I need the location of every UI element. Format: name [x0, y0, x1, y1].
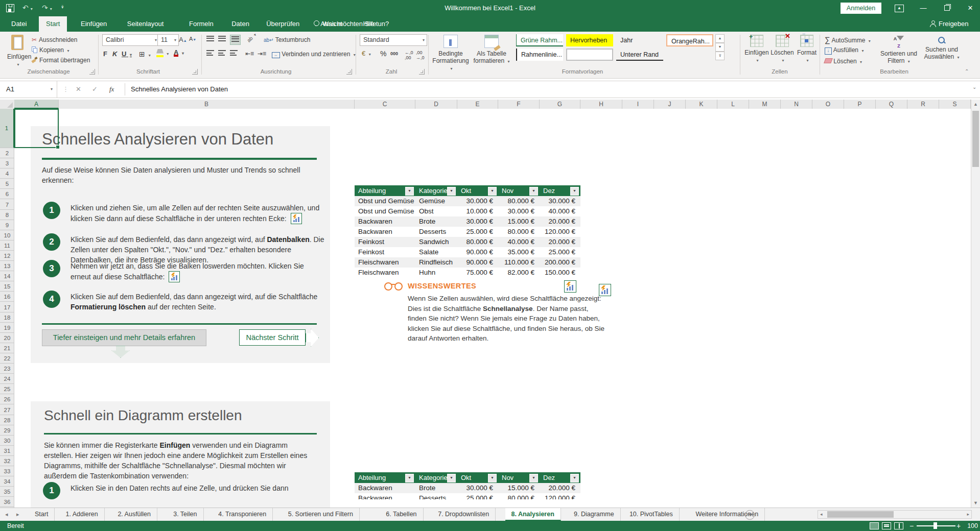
table-cell[interactable]: 82.000 € — [498, 268, 540, 278]
table-cell[interactable]: Desserts — [415, 227, 457, 237]
row-header-20[interactable]: 20 — [0, 333, 14, 343]
filter-icon[interactable]: ▼ — [405, 187, 414, 196]
column-header-A[interactable]: A — [14, 100, 59, 109]
filter-icon[interactable]: ▼ — [570, 474, 579, 482]
column-header-L[interactable]: L — [717, 100, 749, 109]
column-header-B[interactable]: B — [59, 100, 355, 109]
styles-scroll-down[interactable]: ▼ — [715, 43, 725, 52]
page-layout-view-icon[interactable] — [882, 522, 891, 529]
row-header-15[interactable]: 15 — [0, 281, 14, 292]
sheet-tab-7-dropdownlisten[interactable]: 7. Dropdownlisten — [432, 508, 496, 521]
row-header-19[interactable]: 19 — [0, 323, 14, 333]
table-cell[interactable]: Feinkost — [355, 247, 415, 257]
fill-button[interactable]: ↓ Ausfüllen ▾ — [825, 46, 864, 55]
cell-style-Unterer Rand[interactable]: Unterer Rand — [616, 49, 663, 61]
table-cell[interactable]: 40.000 € — [498, 237, 540, 247]
sheet-tab-2-ausf-llen[interactable]: 2. Ausfüllen — [111, 508, 157, 521]
table-cell[interactable]: Backwaren — [355, 483, 415, 493]
wrap-text-button[interactable]: ab↵ Textumbruch — [264, 36, 310, 43]
table-cell[interactable]: 80.000 € — [457, 237, 498, 247]
horizontal-scrollbar[interactable]: ◂ ▸ — [818, 510, 972, 519]
table-row[interactable]: FeinkostSandwich80.000 €40.000 €20.000 € — [355, 237, 580, 247]
borders-icon[interactable]: ⊞ ▾ — [139, 50, 151, 58]
cell-style-OrangeRah...[interactable]: OrangeRah... — [666, 34, 713, 46]
table-cell[interactable]: 30.000 € — [540, 196, 580, 206]
share-button[interactable]: Freigeben — [930, 16, 969, 32]
vscroll-thumb[interactable] — [972, 111, 979, 167]
sheet-tab-1-addieren[interactable]: 1. Addieren — [60, 508, 105, 521]
table-cell[interactable]: 80.000 € — [498, 196, 540, 206]
percent-format-icon[interactable]: % — [380, 50, 386, 58]
increase-decimal-icon[interactable]: ←,0,00 — [405, 50, 413, 60]
ribbon-tab-formeln[interactable]: Formeln — [182, 16, 221, 32]
quick-analysis-icon[interactable] — [599, 284, 611, 296]
minimize-button[interactable]: — — [914, 0, 933, 16]
row-header-24[interactable]: 24 — [0, 374, 14, 384]
column-header-S[interactable]: S — [939, 100, 971, 109]
ribbon-tab-start[interactable]: Start — [39, 16, 67, 32]
row-header-31[interactable]: 31 — [0, 446, 14, 456]
table-cell[interactable]: 120.000 € — [540, 227, 580, 237]
sheet-tab-start[interactable]: Start — [29, 508, 55, 521]
vscroll-up-icon[interactable]: ▲ — [973, 102, 978, 107]
ribbon-tab-daten[interactable]: Daten — [224, 16, 256, 32]
cell-style-Jahr[interactable]: Jahr — [616, 34, 663, 46]
row-header-4[interactable]: 4 — [0, 168, 14, 179]
new-sheet-button[interactable]: + — [745, 510, 755, 520]
tell-me-search[interactable]: Was möchten Sie tun? — [314, 16, 389, 32]
decrease-indent-icon[interactable]: ⇤≡ — [245, 50, 254, 57]
cell-style-Rahmenlinie...[interactable]: Rahmenlinie... — [516, 49, 563, 61]
styles-scroll-up[interactable]: ▲ — [715, 34, 725, 43]
collapse-ribbon-icon[interactable]: ⌃ — [965, 68, 969, 74]
row-header-16[interactable]: 16 — [0, 292, 14, 302]
sheet-tab-9-diagramme[interactable]: 9. Diagramme — [568, 508, 621, 521]
next-step-button[interactable]: Nächster Schritt — [239, 329, 306, 346]
align-center-icon[interactable] — [218, 50, 226, 57]
filter-icon[interactable]: ▼ — [447, 187, 456, 196]
table-cell[interactable]: Backwaren — [355, 493, 415, 499]
format-as-table-button[interactable]: Als Tabelle formatieren ▾ — [473, 34, 510, 64]
number-format-select[interactable]: Standard▾ — [360, 34, 427, 46]
cut-button[interactable]: ✂Ausschneiden — [32, 36, 77, 43]
row-header-28[interactable]: 28 — [0, 415, 14, 425]
row-header-30[interactable]: 30 — [0, 436, 14, 446]
ribbon-tab-seitenlayout[interactable]: Seitenlayout — [120, 16, 171, 32]
row-header-13[interactable]: 13 — [0, 261, 14, 271]
filter-icon[interactable]: ▼ — [447, 474, 456, 482]
table-cell[interactable]: Brote — [415, 483, 457, 493]
table-cell[interactable]: Fleischwaren — [355, 268, 415, 278]
table-row[interactable]: BackwarenBrote30.000 €15.000 €20.000 € — [355, 483, 580, 493]
column-header-E[interactable]: E — [457, 100, 498, 109]
signin-button[interactable]: Anmelden — [841, 3, 881, 14]
table-cell[interactable]: 150.000 € — [540, 268, 580, 278]
column-header-F[interactable]: F — [498, 100, 540, 109]
page-break-view-icon[interactable] — [894, 522, 903, 529]
table-cell[interactable]: 120.000 € — [540, 493, 580, 499]
cell-style-Grüne Rahm...[interactable]: Grüne Rahm... — [516, 34, 563, 46]
table-cell[interactable]: Desserts — [415, 493, 457, 499]
table-cell[interactable]: Feinkost — [355, 237, 415, 247]
table-cell[interactable]: 15.000 € — [498, 216, 540, 227]
row-header-11[interactable]: 11 — [0, 240, 14, 251]
row-header-22[interactable]: 22 — [0, 353, 14, 364]
zoom-out-icon[interactable]: − — [909, 521, 914, 531]
zoom-in-icon[interactable]: + — [956, 521, 961, 531]
table-cell[interactable]: 90.000 € — [457, 247, 498, 257]
row-header-12[interactable]: 12 — [0, 251, 14, 261]
table-row[interactable]: BackwarenBrote30.000 €15.000 €20.000 € — [355, 216, 580, 227]
cell-style-Hervorheben[interactable]: Hervorheben — [566, 34, 613, 46]
row-header-10[interactable]: 10 — [0, 230, 14, 240]
row-header-9[interactable]: 9 — [0, 220, 14, 230]
cancel-icon[interactable]: ✕ — [76, 81, 81, 98]
sheet-nav-right-icon[interactable]: ▸ — [16, 511, 19, 518]
orientation-icon[interactable]: ab ▾ — [246, 32, 258, 43]
increase-indent-icon[interactable]: ⇥≡ — [258, 50, 266, 57]
decrease-decimal-icon[interactable]: ,00→,0 — [416, 50, 425, 60]
row-header-29[interactable]: 29 — [0, 425, 14, 436]
align-top-icon[interactable] — [206, 36, 214, 43]
autosum-button[interactable]: ∑ AutoSumme ▾ — [825, 35, 871, 44]
clear-button[interactable]: Löschen ▾ — [825, 58, 862, 65]
table-cell[interactable]: 30.000 € — [457, 196, 498, 206]
align-right-icon[interactable] — [230, 50, 238, 57]
font-family-select[interactable]: Calibri▾ — [102, 34, 159, 46]
